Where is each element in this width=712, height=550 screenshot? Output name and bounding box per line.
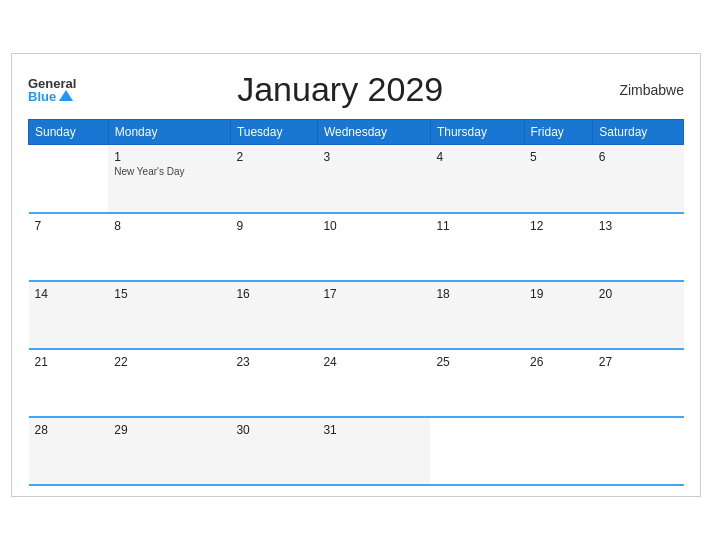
calendar-week-row: 78910111213 — [29, 213, 684, 281]
table-row: 16 — [230, 281, 317, 349]
table-row — [524, 417, 593, 485]
date-number: 19 — [530, 287, 587, 301]
date-number: 31 — [323, 423, 424, 437]
table-row: 4 — [430, 145, 524, 213]
date-number: 28 — [35, 423, 103, 437]
date-number: 6 — [599, 150, 678, 164]
date-number: 16 — [236, 287, 311, 301]
date-number: 5 — [530, 150, 587, 164]
table-row: 5 — [524, 145, 593, 213]
calendar-week-row: 14151617181920 — [29, 281, 684, 349]
table-row: 14 — [29, 281, 109, 349]
calendar-week-row: 28293031 — [29, 417, 684, 485]
date-number: 30 — [236, 423, 311, 437]
table-row: 17 — [317, 281, 430, 349]
calendar-table: Sunday Monday Tuesday Wednesday Thursday… — [28, 119, 684, 486]
header-monday: Monday — [108, 120, 230, 145]
date-number: 24 — [323, 355, 424, 369]
table-row: 22 — [108, 349, 230, 417]
country-label: Zimbabwe — [604, 82, 684, 98]
table-row: 21 — [29, 349, 109, 417]
date-number: 8 — [114, 219, 224, 233]
date-number: 27 — [599, 355, 678, 369]
date-number: 25 — [436, 355, 518, 369]
table-row: 7 — [29, 213, 109, 281]
table-row: 23 — [230, 349, 317, 417]
table-row: 28 — [29, 417, 109, 485]
table-row: 24 — [317, 349, 430, 417]
table-row: 13 — [593, 213, 684, 281]
table-row: 6 — [593, 145, 684, 213]
table-row: 9 — [230, 213, 317, 281]
table-row: 30 — [230, 417, 317, 485]
table-row: 2 — [230, 145, 317, 213]
date-number: 23 — [236, 355, 311, 369]
header-thursday: Thursday — [430, 120, 524, 145]
header-tuesday: Tuesday — [230, 120, 317, 145]
table-row: 10 — [317, 213, 430, 281]
calendar-header: General Blue January 2029 Zimbabwe — [28, 70, 684, 109]
table-row: 18 — [430, 281, 524, 349]
date-number: 9 — [236, 219, 311, 233]
date-number: 11 — [436, 219, 518, 233]
table-row: 31 — [317, 417, 430, 485]
date-number: 20 — [599, 287, 678, 301]
date-number: 10 — [323, 219, 424, 233]
table-row: 20 — [593, 281, 684, 349]
date-number: 13 — [599, 219, 678, 233]
date-number: 2 — [236, 150, 311, 164]
table-row: 11 — [430, 213, 524, 281]
date-number: 3 — [323, 150, 424, 164]
date-number: 17 — [323, 287, 424, 301]
table-row: 12 — [524, 213, 593, 281]
date-number: 7 — [35, 219, 103, 233]
table-row — [29, 145, 109, 213]
date-number: 18 — [436, 287, 518, 301]
table-row: 25 — [430, 349, 524, 417]
logo-triangle-icon — [59, 90, 73, 101]
date-number: 15 — [114, 287, 224, 301]
table-row: 19 — [524, 281, 593, 349]
date-number: 4 — [436, 150, 518, 164]
holiday-label: New Year's Day — [114, 166, 224, 177]
logo: General Blue — [28, 77, 76, 103]
calendar-week-row: 21222324252627 — [29, 349, 684, 417]
table-row: 15 — [108, 281, 230, 349]
date-number: 12 — [530, 219, 587, 233]
header-sunday: Sunday — [29, 120, 109, 145]
date-number: 14 — [35, 287, 103, 301]
logo-general-text: General — [28, 77, 76, 90]
table-row: 3 — [317, 145, 430, 213]
table-row: 29 — [108, 417, 230, 485]
logo-blue-text: Blue — [28, 90, 76, 103]
date-number: 29 — [114, 423, 224, 437]
calendar-week-row: 1New Year's Day23456 — [29, 145, 684, 213]
table-row: 1New Year's Day — [108, 145, 230, 213]
table-row: 26 — [524, 349, 593, 417]
calendar-container: General Blue January 2029 Zimbabwe Sunda… — [11, 53, 701, 497]
date-number: 21 — [35, 355, 103, 369]
header-saturday: Saturday — [593, 120, 684, 145]
header-friday: Friday — [524, 120, 593, 145]
header-wednesday: Wednesday — [317, 120, 430, 145]
days-header-row: Sunday Monday Tuesday Wednesday Thursday… — [29, 120, 684, 145]
table-row: 8 — [108, 213, 230, 281]
table-row: 27 — [593, 349, 684, 417]
month-title: January 2029 — [76, 70, 604, 109]
table-row — [593, 417, 684, 485]
date-number: 22 — [114, 355, 224, 369]
date-number: 1 — [114, 150, 224, 164]
date-number: 26 — [530, 355, 587, 369]
table-row — [430, 417, 524, 485]
